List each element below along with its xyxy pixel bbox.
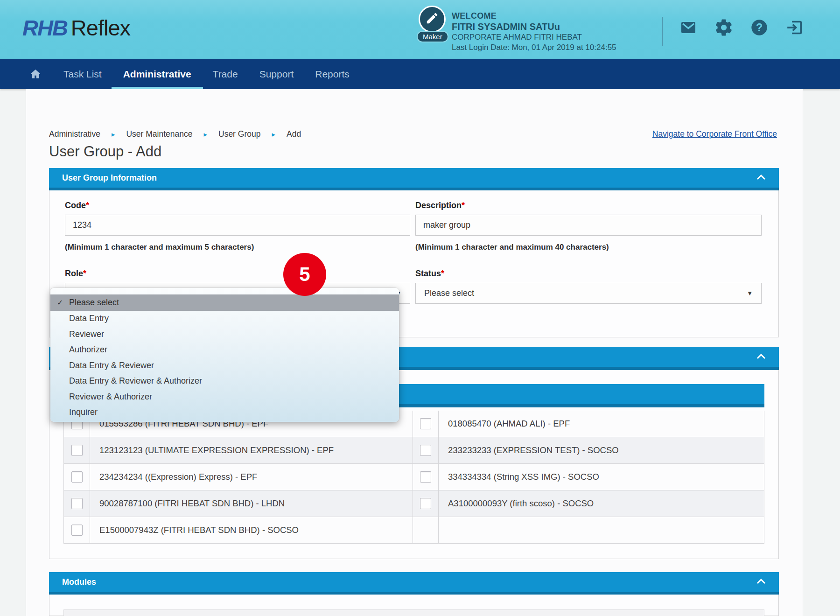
top-header-bar: RHBReflex Maker WELCOME FITRI SYSADMIN S… [0, 0, 840, 59]
panel-title: User Group Information [62, 173, 157, 183]
dropdown-option[interactable]: Reviewer [50, 327, 399, 343]
company-checkbox[interactable] [420, 445, 431, 456]
dropdown-option-selected[interactable]: ✓ Please select [50, 294, 399, 311]
company-label: E1500007943Z (FITRI HEBAT SDN BHD) - SOC… [99, 525, 299, 535]
modules-panel: Modules [49, 572, 779, 616]
breadcrumb-arrow-icon: ▸ [203, 130, 207, 139]
company-label: 334334334 (String XSS IMG) - SOCSO [448, 472, 599, 482]
company-checkbox[interactable] [420, 471, 431, 483]
step-annotation-badge: 5 [283, 253, 326, 296]
role-label: Role* [65, 269, 86, 279]
nav-trade[interactable]: Trade [213, 59, 238, 89]
company-label: A3100000093Y (firth scoso) - SOCSO [448, 498, 594, 509]
company-checkbox[interactable] [71, 445, 83, 456]
dropdown-option[interactable]: Data Entry & Reviewer & Authorizer [50, 373, 399, 389]
user-avatar-block: Maker [417, 6, 448, 42]
select-arrow-icon: ▼ [747, 290, 753, 297]
company-label: 123123123 (ULTIMATE EXPRESSION EXPRESSIO… [99, 445, 334, 455]
dropdown-option[interactable]: Reviewer & Authorizer [50, 389, 399, 405]
breadcrumb-administrative[interactable]: Administrative [49, 129, 100, 139]
role-badge: Maker [417, 31, 448, 42]
logo-rhb: RHB [22, 15, 67, 40]
company-checkbox[interactable] [71, 525, 83, 536]
company-checkbox[interactable] [71, 498, 83, 509]
home-icon[interactable] [29, 68, 42, 81]
status-select[interactable]: Please select ▼ [415, 283, 762, 304]
pencil-icon [425, 11, 439, 27]
panel-title: Modules [62, 577, 96, 587]
table-row: 234234234 ((Expression) Express) - EPF 3… [64, 464, 764, 490]
breadcrumb-arrow-icon: ▸ [272, 130, 275, 139]
main-nav: Task List Administrative Trade Support R… [0, 59, 840, 89]
header-divider [662, 17, 663, 46]
chevron-up-icon[interactable] [756, 578, 766, 586]
mail-icon[interactable] [678, 18, 699, 37]
nav-reports[interactable]: Reports [315, 59, 350, 89]
company-checkbox[interactable] [420, 498, 431, 509]
nav-administrative[interactable]: Administrative [123, 59, 191, 89]
dropdown-option[interactable]: Inquirer [50, 405, 399, 420]
modules-header[interactable]: Modules [49, 572, 779, 595]
code-input[interactable] [65, 215, 410, 236]
corporate-front-office-link[interactable]: Navigate to Corporate Front Office [652, 129, 777, 139]
chevron-up-icon[interactable] [756, 353, 766, 361]
dropdown-option[interactable]: Authorizer [50, 342, 399, 358]
help-icon[interactable]: ? [749, 18, 770, 37]
chevron-up-icon[interactable] [756, 174, 766, 182]
description-hint: (Minimum 1 character and maximum 40 char… [415, 243, 609, 252]
welcome-label: WELCOME [452, 11, 616, 21]
company-checkbox[interactable] [420, 418, 431, 429]
code-label: Code* [65, 201, 89, 210]
dropdown-option[interactable]: Data Entry [50, 311, 399, 327]
table-row: 123123123 (ULTIMATE EXPRESSION EXPRESSIO… [64, 437, 764, 464]
svg-text:?: ? [756, 21, 763, 34]
breadcrumb-arrow-icon: ▸ [112, 130, 115, 139]
logout-icon[interactable] [784, 18, 805, 37]
breadcrumb-add[interactable]: Add [287, 129, 301, 139]
avatar[interactable] [419, 6, 446, 33]
breadcrumb-user-maintenance[interactable]: User Maintenance [126, 129, 192, 139]
status-select-value: Please select [424, 288, 474, 298]
corporate-name: CORPORATE AHMAD FITRI HEBAT [452, 32, 616, 42]
status-label: Status* [415, 269, 444, 279]
company-label: 234234234 ((Expression) Express) - EPF [99, 472, 257, 482]
user-name: FITRI SYSADMIN SATUu [452, 21, 616, 32]
code-hint: (Minimum 1 character and maximum 5 chara… [65, 243, 254, 252]
company-label: 018085470 (AHMAD ALI) - EPF [448, 419, 570, 429]
company-label: 233233233 (EXPRESSION TEST) - SOCSO [448, 445, 619, 455]
company-label: 90028787100 (FITRI HEBAT SDN BHD) - LHDN [99, 498, 285, 509]
dropdown-option[interactable]: Data Entry & Reviewer [50, 358, 399, 374]
description-input[interactable] [415, 215, 762, 236]
user-group-information-header[interactable]: User Group Information [49, 168, 779, 190]
role-dropdown-list: ✓ Please select Data Entry Reviewer Auth… [50, 288, 399, 422]
company-checkbox[interactable] [71, 471, 83, 483]
breadcrumb: Administrative ▸ User Maintenance ▸ User… [49, 129, 301, 139]
modules-body [49, 595, 779, 616]
breadcrumb-user-group[interactable]: User Group [218, 129, 260, 139]
user-info-block: WELCOME FITRI SYSADMIN SATUu CORPORATE A… [452, 11, 616, 53]
logo-reflex: Reflex [71, 15, 130, 40]
table-row: 90028787100 (FITRI HEBAT SDN BHD) - LHDN… [64, 490, 764, 517]
app-logo: RHBReflex [22, 12, 130, 44]
company-table: 015553286 (FITRI HEBAT SDN BHD) - EPF 01… [63, 411, 764, 544]
modules-content-placeholder [63, 609, 764, 616]
gear-icon[interactable] [713, 18, 735, 37]
nav-task-list[interactable]: Task List [63, 59, 102, 89]
description-label: Description* [415, 201, 465, 210]
table-row: E1500007943Z (FITRI HEBAT SDN BHD) - SOC… [64, 517, 764, 544]
checkmark-icon: ✓ [57, 298, 69, 307]
nav-support[interactable]: Support [259, 59, 294, 89]
page-title: User Group - Add [49, 143, 161, 160]
last-login: Last Login Date: Mon, 01 Apr 2019 at 10:… [452, 42, 616, 53]
